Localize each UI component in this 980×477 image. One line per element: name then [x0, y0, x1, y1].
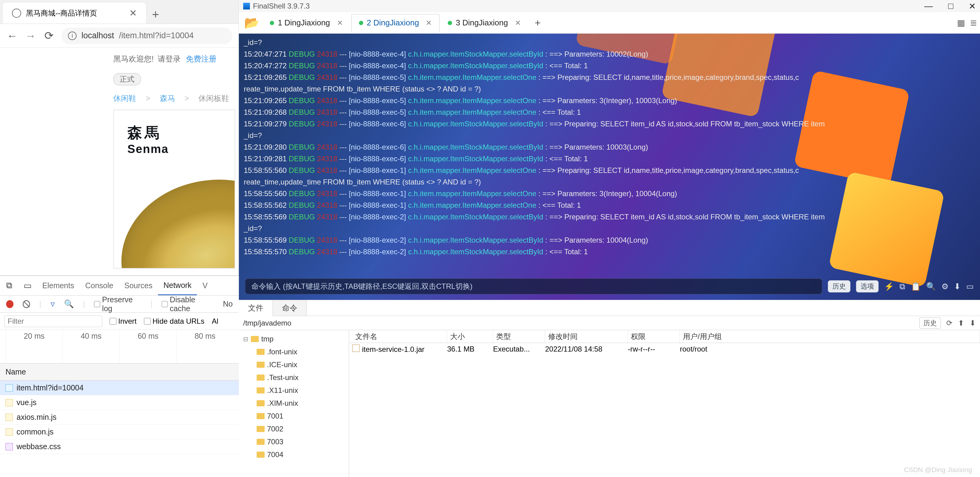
tree-item[interactable]: .font-unix	[242, 345, 346, 358]
register-link[interactable]: 免费注册	[186, 54, 216, 63]
devtools-tab-network[interactable]: Network	[158, 276, 197, 295]
col-owner[interactable]: 用户/用户组	[680, 330, 980, 343]
refresh-icon[interactable]: ⟳	[946, 319, 953, 327]
ruler-mark: 40 ms	[62, 330, 119, 363]
folder-icon	[257, 374, 265, 380]
session-tab-3[interactable]: 3 DingJiaxiong✕	[440, 14, 528, 32]
filter-icon[interactable]: ▿	[51, 299, 55, 309]
crumb-category[interactable]: 休闲鞋	[113, 94, 136, 103]
grid-view-icon[interactable]: ▦	[957, 18, 965, 28]
site-info-icon[interactable]: i	[68, 32, 76, 40]
file-list-header: 文件名 大小 类型 修改时间 权限 用户/用户组	[349, 330, 980, 343]
record-button[interactable]	[6, 300, 13, 308]
folder-tree[interactable]: ⊟ tmp.font-unix.ICE-unix.Test-unix.X11-u…	[239, 330, 349, 477]
network-row[interactable]: axios.min.js	[0, 410, 239, 425]
crumb-brand[interactable]: 森马	[160, 94, 175, 103]
search-icon[interactable]: 🔍	[64, 299, 74, 309]
session-tab-2[interactable]: 2 DingJiaxiong✕	[351, 14, 440, 32]
invert-checkbox[interactable]: Invert	[110, 317, 137, 326]
path-history-button[interactable]: 历史	[920, 318, 941, 329]
devtools-tab-console[interactable]: Console	[80, 276, 119, 295]
window-maximize-button[interactable]: □	[948, 1, 953, 11]
current-path[interactable]: /tmp/javademo	[243, 319, 291, 327]
filter-input[interactable]	[4, 315, 102, 327]
tree-item[interactable]: 7002	[242, 423, 346, 436]
preserve-log-checkbox[interactable]: Preserve log	[94, 295, 142, 313]
ruler-mark: 60 ms	[119, 330, 177, 363]
command-input[interactable]: 命令输入 (按ALT键提示历史,TAB键路径,ESC键返回,双击CTRL切换)	[245, 279, 822, 294]
reload-button[interactable]: ⟳	[43, 29, 55, 42]
bolt-icon[interactable]: ⚡	[884, 280, 894, 292]
tree-item[interactable]: 7001	[242, 410, 346, 423]
download-icon[interactable]: ⬇	[970, 319, 976, 327]
window-minimize-button[interactable]: —	[924, 1, 933, 11]
network-row[interactable]: vue.js	[0, 395, 239, 410]
paste-icon[interactable]: 📋	[911, 280, 921, 292]
address-bar[interactable]: i localhost/item.html?id=10004	[61, 27, 232, 44]
disable-cache-checkbox[interactable]: Disable cache	[162, 295, 214, 313]
login-link[interactable]: 请登录	[158, 54, 181, 63]
network-name-header[interactable]: Name	[0, 363, 239, 380]
copy-icon[interactable]: ⧉	[899, 280, 905, 292]
search-icon[interactable]: 🔍	[926, 280, 936, 292]
tree-item[interactable]: .XIM-unix	[242, 397, 346, 410]
terminal[interactable]: _id=?15:20:47:271 DEBUG 24318 --- [nio-8…	[239, 34, 980, 300]
tree-item[interactable]: ⊟ tmp	[242, 333, 346, 345]
col-type[interactable]: 类型	[493, 330, 545, 343]
shoe-image	[113, 159, 235, 269]
tab-command[interactable]: 命令	[273, 300, 307, 316]
history-button[interactable]: 历史	[828, 280, 850, 293]
options-button[interactable]: 选项	[856, 280, 879, 293]
col-size[interactable]: 大小	[447, 330, 493, 343]
tree-item[interactable]: .ICE-unix	[242, 358, 346, 371]
folder-icon	[251, 336, 259, 342]
chrome-toolbar: ← → ⟳ i localhost/item.html?id=10004	[0, 24, 239, 48]
tree-item[interactable]: .Test-unix	[242, 371, 346, 384]
devtools-tab-more[interactable]: V	[197, 276, 213, 295]
devtools-tab-elements[interactable]: Elements	[37, 276, 80, 295]
upload-icon[interactable]: ⬆	[958, 319, 964, 327]
screen-icon[interactable]: ▭	[966, 280, 974, 292]
col-perm[interactable]: 权限	[628, 330, 680, 343]
back-button[interactable]: ←	[6, 29, 18, 42]
tree-item[interactable]: 7003	[242, 436, 346, 448]
network-row[interactable]: item.html?id=10004	[0, 380, 239, 395]
folder-icon	[257, 426, 265, 432]
crumb-sep: >	[146, 94, 150, 103]
network-row[interactable]: webbase.css	[0, 439, 239, 454]
folder-icon	[257, 439, 265, 445]
col-name[interactable]: 文件名	[352, 330, 447, 343]
tree-item[interactable]: .X11-unix	[242, 384, 346, 397]
close-icon[interactable]: ✕	[129, 8, 137, 18]
new-session-button[interactable]: +	[529, 17, 546, 29]
forward-button[interactable]: →	[24, 29, 37, 42]
file-list: 文件名 大小 类型 修改时间 权限 用户/用户组 item-service-1.…	[349, 330, 980, 477]
file-browser-panel: 文件 命令 /tmp/javademo 历史 ⟳ ⬆ ⬇ ⊟ tmp.font-…	[239, 300, 980, 477]
status-dot-icon	[359, 21, 363, 25]
clear-button[interactable]	[23, 300, 30, 308]
network-row[interactable]: common.js	[0, 425, 239, 439]
settings-icon[interactable]: ⚙	[942, 280, 948, 292]
chrome-tab[interactable]: 黑马商城--商品详情页 ✕	[2, 2, 146, 24]
tab-file[interactable]: 文件	[239, 300, 273, 316]
throttle-select[interactable]: No	[223, 300, 233, 308]
new-tab-button[interactable]: +	[146, 5, 165, 24]
filter-all[interactable]: Al	[212, 317, 218, 326]
file-type-icon	[5, 414, 13, 421]
close-icon[interactable]: ✕	[337, 19, 343, 27]
devtools-tab-sources[interactable]: Sources	[119, 276, 158, 295]
hide-data-urls-checkbox[interactable]: Hide data URLs	[144, 317, 204, 326]
inspect-icon[interactable]: ⧉	[0, 280, 18, 291]
window-close-button[interactable]: ✕	[969, 1, 976, 11]
close-icon[interactable]: ✕	[515, 19, 521, 27]
file-row[interactable]: item-service-1.0.jar 36.1 MB Executab...…	[349, 343, 980, 355]
device-toggle-icon[interactable]: ▭	[18, 280, 37, 291]
session-tab-1[interactable]: 1 DingJiaxiong✕	[262, 14, 351, 32]
open-folder-icon[interactable]: 📂	[242, 16, 261, 30]
col-mtime[interactable]: 修改时间	[545, 330, 628, 343]
split-view-icon[interactable]: ≣	[970, 18, 977, 28]
tree-item[interactable]: 7004	[242, 448, 346, 461]
close-icon[interactable]: ✕	[426, 19, 432, 27]
download-icon[interactable]: ⬇	[954, 280, 961, 292]
product-image: 森馬 Senma	[113, 109, 235, 269]
